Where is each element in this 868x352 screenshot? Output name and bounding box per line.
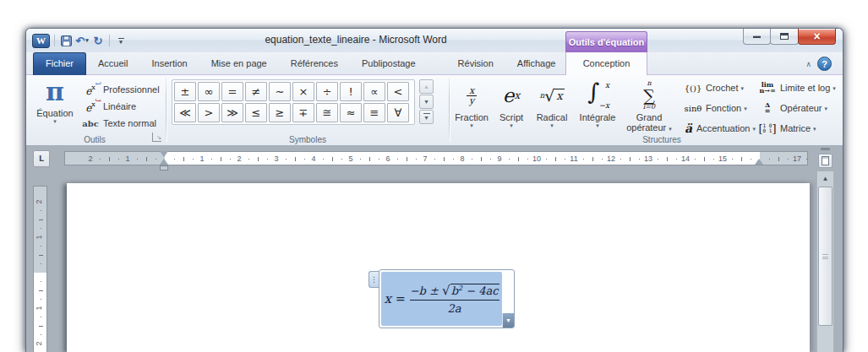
equation-equals: = (396, 292, 406, 306)
scrollbar-thumb[interactable] (818, 187, 833, 326)
symbol-button[interactable]: ∀ (387, 103, 409, 122)
right-indent-marker[interactable] (755, 159, 763, 165)
symbol-button[interactable]: ÷ (316, 82, 338, 101)
symbol-button[interactable]: ≤ (245, 103, 267, 122)
equation-control: ⋮ x = −b ± √b2 − 4ac 2a ▼ (379, 269, 515, 328)
equation-drag-handle[interactable]: ⋮ (368, 271, 379, 288)
gallery-more-button[interactable]: ▼ (419, 110, 434, 124)
word-app-icon[interactable]: W (32, 34, 50, 48)
ruler-tick (592, 157, 593, 161)
undo-button[interactable]: ↶ ▾ (75, 33, 89, 48)
symbol-button[interactable]: ≅ (316, 103, 338, 122)
symbol-button[interactable]: ≠ (245, 82, 267, 101)
symbol-button[interactable]: < (387, 82, 409, 101)
symbol-button[interactable]: ≈ (340, 103, 362, 122)
dropdown-caret-icon: ▾ (833, 85, 836, 91)
structure-grand-operateur[interactable]: n∑i=0Grandopérateur ▾ (622, 77, 676, 133)
tab-conception[interactable]: Conception (565, 52, 647, 75)
tab-revision[interactable]: Révision (446, 53, 505, 75)
ruler-number: 17 (793, 154, 801, 163)
redo-button[interactable]: ↻ (91, 33, 105, 48)
help-button[interactable]: ? (817, 57, 832, 71)
save-button[interactable] (59, 33, 73, 48)
qat-separator (54, 35, 55, 46)
symbol-button[interactable]: × (292, 82, 314, 101)
screenshot-canvas: W ↶ ▾ ↻ (0, 0, 868, 352)
structure-limite-et-log[interactable]: limn→∞Limite et log▾ (757, 78, 838, 98)
equation-selection: x = −b ± √b2 − 4ac 2a (381, 272, 502, 326)
undo-dropdown-caret[interactable]: ▾ (85, 37, 89, 44)
symbol-button[interactable]: ≫ (221, 103, 243, 122)
outils-option-texte-normal[interactable]: abcTexte normal (81, 115, 160, 132)
script-icon: ex (503, 79, 520, 112)
left-indent-marker[interactable] (160, 165, 168, 171)
symbol-button[interactable]: = (221, 82, 243, 101)
tab-references[interactable]: Références (279, 53, 350, 75)
radical-icon: n√x (539, 79, 564, 112)
scrollbar-track[interactable]: ▲ (816, 171, 834, 352)
structure-operateur[interactable]: Δ=Opérateur▾ (757, 98, 838, 118)
ruler-number: 15 (718, 154, 727, 163)
symbol-button[interactable]: ∼ (269, 82, 291, 101)
ruler-tick (788, 159, 789, 160)
structure-fraction[interactable]: xyFraction▾ (451, 77, 492, 133)
scroll-up-button[interactable]: ▲ (817, 173, 833, 184)
split-window-handle[interactable] (821, 148, 830, 150)
symbol-button[interactable]: ∝ (363, 82, 385, 101)
ruler-tick (583, 159, 584, 160)
symbol-button[interactable]: ∓ (292, 103, 314, 122)
equation-box[interactable]: x = −b ± √b2 − 4ac 2a ▼ (379, 269, 515, 328)
dialog-launcher-icon[interactable]: ↘ (152, 133, 161, 142)
customize-qat-button[interactable]: ▾ (114, 33, 128, 48)
hanging-indent-marker[interactable] (160, 159, 168, 165)
close-button[interactable]: × (798, 29, 836, 45)
dropdown-caret-icon: ▾ (669, 126, 672, 132)
symbol-button[interactable]: ± (174, 82, 196, 101)
ruler-tick (41, 228, 41, 229)
equation-lhs: x (384, 291, 390, 306)
equation-dropdown-button[interactable]: ▼ (502, 313, 514, 328)
radical-sign: √ (442, 283, 450, 298)
ruler-tick (258, 157, 259, 161)
tab-affichage[interactable]: Affichage (505, 53, 568, 75)
equation-big-button[interactable]: π Équation ▾ (30, 78, 79, 137)
first-line-indent-marker[interactable] (160, 151, 168, 157)
symbol-button[interactable]: ! (340, 82, 362, 101)
structure-radical[interactable]: n√xRadical▾ (531, 77, 573, 133)
structure-fonction[interactable]: sinθFonction▾ (683, 98, 756, 118)
ruler-tick (658, 159, 658, 160)
tab-insertion[interactable]: Insertion (139, 53, 199, 75)
symbol-button[interactable]: ≪ (174, 103, 196, 122)
ruler-tick (518, 157, 519, 161)
ruler-tick (434, 159, 435, 160)
ribbon-tab-row: FichierAccueilInsertionMise en pageRéfér… (26, 52, 843, 75)
structure-integrale[interactable]: ∫x−xIntégrale▾ (574, 77, 621, 133)
gallery-scroll-up-button[interactable]: ▲ (419, 79, 434, 94)
tab-mise-en-page[interactable]: Mise en page (199, 53, 279, 75)
outils-option-lineaire[interactable]: ex↪Linéaire (81, 98, 160, 115)
group-structures: xyFraction▾exScript▾n√xRadical▾∫x−xIntég… (450, 75, 838, 145)
ruler-tick (481, 157, 482, 161)
ruler-toggle-button[interactable] (818, 154, 833, 168)
structure-script[interactable]: exScript▾ (493, 77, 530, 133)
ruler-number: 1 (35, 235, 43, 239)
outils-option-professionnel[interactable]: ex↩Professionnel (81, 81, 160, 98)
restore-button[interactable] (770, 29, 799, 45)
ruler-tick (778, 157, 779, 161)
structure-crochet[interactable]: {()}Crochet▾ (683, 78, 756, 98)
minimize-ribbon-chevron[interactable]: ∧ (805, 60, 811, 68)
tab-accueil[interactable]: Accueil (86, 53, 139, 75)
gallery-scroll-down-button[interactable]: ▼ (419, 95, 434, 109)
symbol-button[interactable]: ∞ (198, 82, 220, 101)
symbol-button[interactable]: ≡ (363, 103, 385, 122)
ruler-number: 8 (460, 154, 464, 163)
symbol-button[interactable]: ≥ (269, 103, 291, 122)
tab-selector[interactable]: L (33, 150, 50, 167)
tab-publipostage[interactable]: Publipostage (350, 53, 428, 75)
symbol-button[interactable]: > (198, 103, 220, 122)
horizontal-ruler: 211234567891011121314151718 (64, 151, 808, 165)
crochet-icon: {()} (683, 84, 703, 93)
minimize-button[interactable] (743, 29, 771, 45)
tab-fichier[interactable]: Fichier (33, 52, 86, 75)
structure-matrice[interactable]: [1 00 1]Matrice▾ (757, 118, 838, 138)
